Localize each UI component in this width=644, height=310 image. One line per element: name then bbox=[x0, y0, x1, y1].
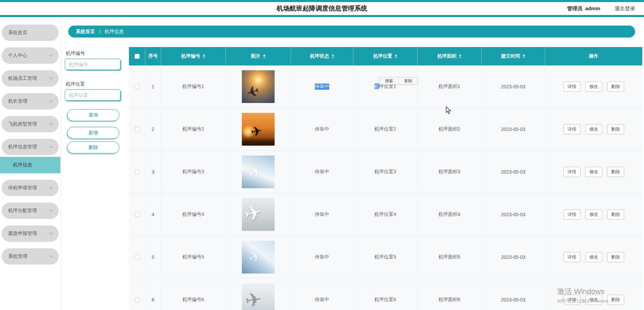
cell-actions: 详情修改删除 bbox=[545, 108, 642, 150]
table-column-header[interactable]: 操作 bbox=[545, 47, 642, 65]
cell-location: 机坪位置6 bbox=[353, 279, 418, 310]
plane-image: ✈ bbox=[250, 123, 263, 139]
row-checkbox[interactable] bbox=[135, 169, 140, 174]
row-checkbox[interactable] bbox=[135, 297, 140, 302]
row-action-button[interactable]: 修改 bbox=[585, 82, 602, 92]
apron-photo-thumbnail[interactable]: ✈ bbox=[242, 198, 275, 231]
table-row: 4 机坪编号4 ✈ 停靠中 机坪位置4 机坪面积4 2023-05-03 详情修… bbox=[129, 193, 642, 236]
sidebar-item[interactable]: 机长管理 bbox=[2, 93, 59, 109]
apron-photo-thumbnail[interactable]: ✈ bbox=[242, 283, 275, 310]
table-header: 序号 机坪编号 图片 机坪状态 机坪位置 机坪面积 建立时间 操作 bbox=[129, 47, 642, 65]
table-row: 3 机坪编号3 ✈ 停靠中 机坪位置3 机坪面积3 2023-05-03 详情修… bbox=[129, 151, 642, 193]
sidebar-item[interactable]: 机场员工管理 bbox=[2, 70, 59, 87]
app-header: 机场航班起降调度信息管理系统 管理员admin 退出登录 bbox=[0, 0, 644, 17]
cell-status: 停靠中 bbox=[291, 65, 353, 108]
table-column-header[interactable]: 机坪状态 bbox=[291, 47, 353, 65]
sidebar-item[interactable]: 系统管理 bbox=[2, 248, 59, 265]
cell-code: 机坪编号2 bbox=[161, 108, 226, 150]
table-column-header[interactable]: 机坪面积 bbox=[418, 47, 482, 65]
table-column-header[interactable]: 序号 bbox=[145, 47, 161, 65]
cell-actions: 详情修改删除 bbox=[545, 65, 642, 108]
row-action-button[interactable]: 删除 bbox=[607, 252, 624, 262]
apron-photo-thumbnail[interactable]: ✈ bbox=[242, 241, 275, 274]
row-action-button[interactable]: 修改 bbox=[585, 167, 602, 177]
row-action-button[interactable]: 删除 bbox=[607, 209, 624, 220]
apron-photo-thumbnail[interactable]: ✈ bbox=[242, 113, 275, 146]
sidebar-subitem-active[interactable]: 机坪信息 bbox=[0, 157, 60, 173]
sort-icon[interactable] bbox=[203, 54, 205, 58]
sort-icon[interactable] bbox=[459, 54, 462, 58]
table-column-header[interactable]: 图片 bbox=[226, 47, 291, 65]
cell-code: 机坪编号6 bbox=[161, 279, 226, 310]
row-checkbox[interactable] bbox=[135, 84, 140, 89]
row-checkbox[interactable] bbox=[135, 212, 140, 217]
location-search-input[interactable] bbox=[65, 89, 120, 101]
row-checkbox[interactable] bbox=[135, 255, 140, 260]
row-action-button[interactable]: 修改 bbox=[585, 252, 602, 262]
row-action-button[interactable]: 删除 bbox=[607, 167, 624, 177]
sidebar-item[interactable]: 紧急申报管理 bbox=[2, 225, 59, 242]
breadcrumb: 系统首页 Ξ 机坪信息 bbox=[68, 26, 635, 38]
row-action-button[interactable]: 修改 bbox=[585, 295, 602, 305]
row-action-button[interactable]: 删除 bbox=[607, 124, 624, 134]
code-search-input[interactable] bbox=[65, 59, 120, 70]
row-action-button[interactable]: 删除 bbox=[607, 295, 624, 305]
cell-date: 2023-05-03 bbox=[482, 65, 545, 108]
row-action-button[interactable]: 删除 bbox=[607, 82, 624, 92]
sidebar-item[interactable]: 系统首页 bbox=[2, 25, 59, 41]
sidebar-item-label: 紧急申报管理 bbox=[8, 231, 37, 237]
sidebar-item-label: 机场员工管理 bbox=[8, 75, 37, 82]
add-button[interactable]: 新增 bbox=[67, 127, 119, 139]
data-table: 序号 机坪编号 图片 机坪状态 机坪位置 机坪面积 建立时间 操作 1 机坪编号… bbox=[129, 47, 642, 310]
row-checkbox[interactable] bbox=[135, 127, 140, 132]
cell-area: 机坪面积1 bbox=[418, 65, 482, 108]
apron-photo-thumbnail[interactable]: ✈ bbox=[242, 156, 275, 188]
location-text: 机坪位置6 bbox=[375, 297, 396, 303]
sort-icon[interactable] bbox=[332, 54, 334, 58]
row-checkbox-cell bbox=[129, 65, 145, 108]
cell-seq: 1 bbox=[145, 65, 161, 108]
row-action-button[interactable]: 详情 bbox=[564, 209, 581, 220]
cell-actions: 详情修改删除 bbox=[545, 151, 642, 193]
sidebar-item-label: 系统首页 bbox=[8, 30, 27, 36]
cell-date: 2023-05-03 bbox=[482, 236, 545, 278]
row-action-button[interactable]: 详情 bbox=[564, 252, 581, 262]
sort-icon[interactable] bbox=[523, 54, 525, 58]
query-button[interactable]: 查询 bbox=[67, 109, 119, 121]
row-action-button[interactable]: 修改 bbox=[585, 124, 602, 134]
table-column-header[interactable]: 建立时间 bbox=[482, 47, 545, 65]
cell-image: ✈ bbox=[226, 193, 291, 236]
row-action-button[interactable]: 详情 bbox=[564, 167, 581, 177]
sidebar-item[interactable]: 机坪信息管理 bbox=[2, 139, 59, 155]
breadcrumb-home-link[interactable]: 系统首页 bbox=[76, 29, 95, 35]
chevron-down-icon bbox=[49, 76, 53, 79]
row-action-button[interactable]: 详情 bbox=[564, 124, 581, 134]
row-checkbox-cell bbox=[129, 193, 145, 236]
apron-photo-thumbnail[interactable]: ✈ bbox=[242, 70, 275, 103]
sidebar-item[interactable]: 个人中心 bbox=[2, 47, 59, 64]
logout-button[interactable]: 退出登录 bbox=[615, 5, 635, 12]
cell-actions: 详情修改删除 bbox=[545, 279, 642, 310]
cell-date: 2023-05-03 bbox=[482, 151, 545, 193]
select-all-checkbox[interactable] bbox=[135, 54, 140, 59]
cell-seq: 3 bbox=[145, 151, 161, 193]
sidebar-item[interactable]: 飞机类型管理 bbox=[2, 116, 59, 132]
sort-icon[interactable] bbox=[263, 54, 266, 58]
sidebar-item[interactable]: 停机申请管理 bbox=[2, 180, 59, 196]
row-action-button[interactable]: 详情 bbox=[564, 295, 581, 305]
sidebar-item[interactable]: 机坪分配管理 bbox=[2, 203, 59, 219]
selection-popup-button[interactable]: 复制 bbox=[398, 77, 418, 85]
row-action-button[interactable]: 详情 bbox=[564, 82, 581, 92]
table-column-header[interactable]: 机坪编号 bbox=[161, 47, 226, 65]
cell-date: 2023-05-03 bbox=[482, 108, 545, 150]
cell-area: 机坪面积3 bbox=[418, 151, 482, 193]
plane-image: ✈ bbox=[244, 289, 263, 310]
breadcrumb-separator-icon: Ξ bbox=[98, 29, 101, 34]
selection-popup-button[interactable]: 搜索 bbox=[379, 77, 399, 85]
row-action-button[interactable]: 修改 bbox=[585, 209, 602, 220]
table-column-header[interactable]: 机坪位置 bbox=[353, 47, 418, 65]
batch-delete-button[interactable]: 删除 bbox=[67, 142, 119, 153]
cell-location: 机坪位置4 bbox=[353, 193, 418, 236]
cell-status: 停靠中 bbox=[291, 279, 353, 310]
sort-icon[interactable] bbox=[395, 54, 397, 58]
